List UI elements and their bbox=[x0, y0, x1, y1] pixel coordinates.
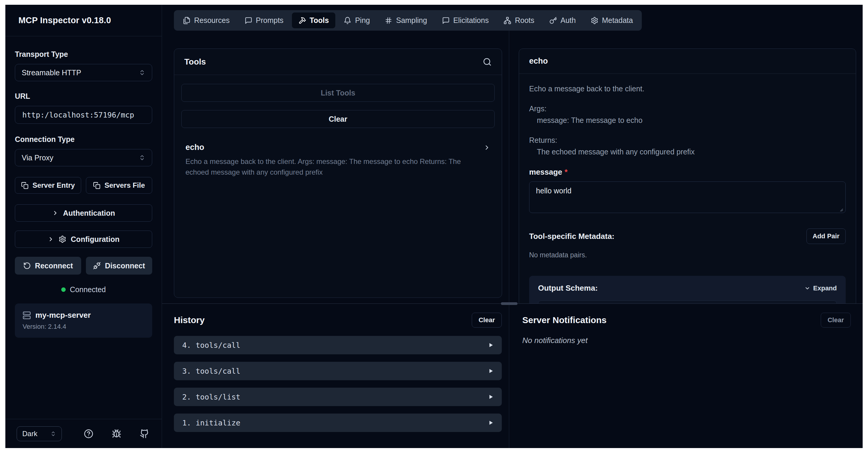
history-item[interactable]: 4. tools/call bbox=[174, 336, 502, 354]
list-tools-button[interactable]: List Tools bbox=[181, 84, 495, 102]
disconnect-label: Disconnect bbox=[105, 261, 145, 270]
tab-label: Roots bbox=[515, 16, 534, 25]
tab-prompts[interactable]: Prompts bbox=[238, 12, 290, 28]
play-icon bbox=[488, 342, 493, 348]
output-schema-card: Output Schema: Expand { bbox=[529, 276, 846, 304]
no-notifications-text: No notifications yet bbox=[522, 336, 851, 345]
add-pair-button[interactable]: Add Pair bbox=[806, 228, 846, 244]
tab-elicitations[interactable]: Elicitations bbox=[435, 12, 496, 28]
tab-label: Resources bbox=[194, 16, 230, 25]
tool-item-name: echo bbox=[185, 143, 204, 152]
returns-label: Returns: bbox=[529, 136, 846, 145]
tab-auth[interactable]: Auth bbox=[543, 12, 582, 28]
chevrons-up-down-icon bbox=[50, 431, 56, 437]
copy-icon bbox=[21, 182, 29, 189]
servers-file-label: Servers File bbox=[104, 181, 145, 190]
connection-status-label: Connected bbox=[70, 285, 106, 294]
authentication-expander[interactable]: Authentication bbox=[15, 204, 152, 222]
nav-row: Resources Prompts Tools Ping Sampling bbox=[162, 5, 863, 31]
clear-history-button[interactable]: Clear bbox=[472, 313, 502, 328]
connection-type-value: Via Proxy bbox=[22, 153, 54, 162]
tab-resources[interactable]: Resources bbox=[176, 12, 236, 28]
mcp-inspector-app: MCP Inspector v0.18.0 Transport Type Str… bbox=[5, 5, 863, 448]
tab-tools[interactable]: Tools bbox=[292, 12, 336, 28]
search-icon[interactable] bbox=[483, 57, 492, 66]
metadata-label: Tool-specific Metadata: bbox=[529, 232, 614, 241]
bug-icon[interactable] bbox=[112, 429, 121, 438]
gear-icon bbox=[59, 235, 66, 243]
expand-schema-button[interactable]: Expand bbox=[804, 284, 837, 292]
connected-dot-icon bbox=[61, 287, 66, 292]
history-item[interactable]: 3. tools/call bbox=[174, 362, 502, 380]
message-input[interactable]: hello world bbox=[529, 181, 846, 213]
history-item-label: 4. tools/call bbox=[182, 341, 241, 349]
url-label: URL bbox=[15, 92, 152, 101]
tab-label: Elicitations bbox=[453, 16, 489, 25]
notifications-title: Server Notifications bbox=[522, 315, 607, 325]
servers-file-button[interactable]: Servers File bbox=[86, 177, 152, 194]
clear-notifications-button[interactable]: Clear bbox=[821, 313, 851, 328]
output-schema-label: Output Schema: bbox=[538, 284, 598, 293]
play-icon bbox=[488, 420, 493, 425]
theme-select[interactable]: Dark bbox=[17, 426, 62, 441]
chevrons-up-down-icon bbox=[139, 154, 145, 161]
no-metadata-text: No metadata pairs. bbox=[529, 251, 846, 259]
tool-detail-title: echo bbox=[529, 57, 548, 66]
server-entry-button[interactable]: Server Entry bbox=[15, 177, 81, 194]
required-asterisk: * bbox=[564, 168, 567, 176]
tab-label: Tools bbox=[310, 16, 329, 25]
hammer-icon bbox=[299, 17, 306, 24]
disconnect-button[interactable]: Disconnect bbox=[86, 257, 152, 275]
args-detail: message: The message to echo bbox=[529, 116, 846, 125]
connection-type-select[interactable]: Via Proxy bbox=[15, 149, 152, 166]
url-input[interactable] bbox=[15, 106, 152, 124]
transport-type-select[interactable]: Streamable HTTP bbox=[15, 64, 152, 81]
tool-description: Echo a message back to the client. bbox=[529, 85, 846, 93]
reconnect-button[interactable]: Reconnect bbox=[15, 257, 81, 275]
help-icon[interactable] bbox=[84, 429, 93, 438]
tools-panel: Tools List Tools Clear echo bbox=[174, 49, 502, 298]
tab-roots[interactable]: Roots bbox=[497, 12, 541, 28]
tab-sampling[interactable]: Sampling bbox=[378, 12, 433, 28]
content-row: Tools List Tools Clear echo bbox=[162, 31, 863, 304]
history-title: History bbox=[174, 315, 205, 325]
tab-label: Ping bbox=[355, 16, 370, 25]
tab-metadata[interactable]: Metadata bbox=[584, 12, 640, 28]
connection-type-label: Connection Type bbox=[15, 135, 152, 144]
key-icon bbox=[549, 17, 557, 24]
server-name: my-mcp-server bbox=[35, 311, 91, 320]
tool-item-description: Echo a message back to the client. Args:… bbox=[185, 156, 483, 178]
reconnect-label: Reconnect bbox=[35, 261, 73, 270]
message-square-icon bbox=[442, 17, 450, 24]
history-item-label: 3. tools/call bbox=[182, 367, 241, 375]
gear-icon bbox=[591, 17, 598, 24]
tab-label: Auth bbox=[561, 16, 576, 25]
message-square-icon bbox=[245, 17, 252, 24]
hash-icon bbox=[385, 17, 392, 24]
sidebar-header: MCP Inspector v0.18.0 bbox=[5, 5, 162, 36]
configuration-expander[interactable]: Configuration bbox=[15, 231, 152, 248]
resize-grip-icon[interactable] bbox=[839, 207, 843, 212]
tab-bar: Resources Prompts Tools Ping Sampling bbox=[174, 10, 642, 31]
network-icon bbox=[503, 17, 511, 24]
history-item-label: 2. tools/list bbox=[182, 393, 241, 401]
theme-value: Dark bbox=[22, 430, 37, 438]
param-name: message bbox=[529, 168, 562, 176]
tool-detail-panel: echo Echo a message back to the client. … bbox=[519, 49, 856, 304]
server-version: Version: 2.14.4 bbox=[23, 323, 145, 331]
expand-label: Expand bbox=[813, 284, 837, 292]
server-icon bbox=[23, 311, 31, 319]
history-item[interactable]: 1. initialize bbox=[174, 414, 502, 432]
panel-resize-handle[interactable] bbox=[501, 302, 518, 305]
clear-tools-button[interactable]: Clear bbox=[181, 110, 495, 128]
chevron-down-icon bbox=[804, 285, 810, 291]
github-icon[interactable] bbox=[140, 429, 149, 438]
history-item[interactable]: 2. tools/list bbox=[174, 388, 502, 406]
returns-detail: The echoed message with any configured p… bbox=[529, 147, 846, 156]
chevron-right-icon bbox=[483, 144, 491, 151]
tab-ping[interactable]: Ping bbox=[337, 12, 376, 28]
tools-column: Tools List Tools Clear echo bbox=[162, 31, 509, 304]
tools-panel-title: Tools bbox=[184, 57, 206, 67]
tool-list-item-echo[interactable]: echo Echo a message back to the client. … bbox=[181, 136, 495, 180]
tab-label: Sampling bbox=[396, 16, 427, 25]
